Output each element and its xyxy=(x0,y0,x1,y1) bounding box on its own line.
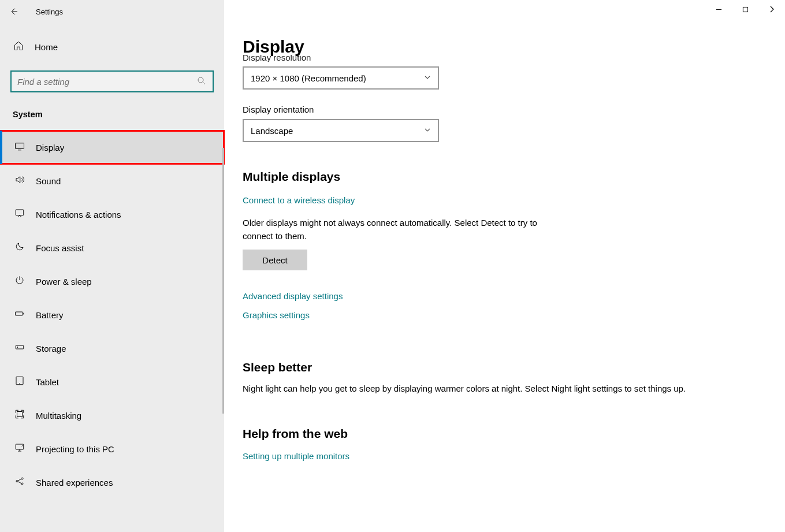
power-icon xyxy=(14,275,25,288)
projecting-icon xyxy=(14,442,25,455)
battery-icon xyxy=(14,308,25,321)
resolution-value: 1920 × 1080 (Recommended) xyxy=(251,73,366,83)
orientation-value: Landscape xyxy=(251,126,293,136)
page-title: Display xyxy=(243,37,762,57)
svg-point-6 xyxy=(17,347,18,347)
sidebar-item-focus-assist[interactable]: Focus assist xyxy=(0,231,224,265)
sidebar-section-title: System xyxy=(0,97,224,124)
multitasking-icon xyxy=(14,409,25,422)
orientation-label: Display orientation xyxy=(243,105,762,114)
storage-icon xyxy=(14,342,25,355)
sidebar-item-label: Sound xyxy=(36,176,61,186)
svg-rect-3 xyxy=(16,210,24,215)
sidebar-item-projecting[interactable]: Projecting to this PC xyxy=(0,432,224,466)
chevron-down-icon xyxy=(424,127,431,135)
sidebar-item-label: Battery xyxy=(36,310,64,320)
moon-icon xyxy=(14,241,25,254)
display-icon xyxy=(14,141,25,154)
window-title: Settings xyxy=(36,8,63,16)
graphics-settings-link[interactable]: Graphics settings xyxy=(243,310,310,320)
multiple-displays-heading: Multiple displays xyxy=(243,170,762,184)
orientation-dropdown[interactable]: Landscape xyxy=(243,119,439,142)
advanced-display-link[interactable]: Advanced display settings xyxy=(243,291,343,301)
svg-rect-4 xyxy=(16,312,23,315)
search-wrap xyxy=(10,70,214,92)
sidebar-item-label: Focus assist xyxy=(36,243,84,253)
arrow-left-icon xyxy=(9,6,19,17)
svg-point-11 xyxy=(21,478,23,479)
svg-rect-8 xyxy=(17,412,23,417)
sidebar-item-label: Power & sleep xyxy=(36,277,92,287)
help-web-heading: Help from the web xyxy=(243,427,762,441)
sidebar-item-tablet[interactable]: Tablet xyxy=(0,365,224,399)
sidebar-item-sound[interactable]: Sound xyxy=(0,164,224,198)
notifications-icon xyxy=(14,208,25,221)
titlebar: Settings xyxy=(0,0,785,23)
home-button[interactable]: Home xyxy=(0,32,224,61)
tablet-icon xyxy=(14,375,25,388)
help-monitors-link[interactable]: Setting up multiple monitors xyxy=(243,451,349,461)
sidebar-item-shared-experiences[interactable]: Shared experiences xyxy=(0,466,224,499)
resolution-label-cut: Display resolution xyxy=(243,55,762,62)
chevron-down-icon xyxy=(424,74,431,83)
shared-icon xyxy=(14,476,25,489)
sidebar-item-label: Multitasking xyxy=(36,411,81,421)
sidebar-item-notifications[interactable]: Notifications & actions xyxy=(0,198,224,231)
sidebar-item-label: Storage xyxy=(36,344,66,354)
search-icon xyxy=(196,76,207,88)
sidebar-item-battery[interactable]: Battery xyxy=(0,298,224,332)
home-label: Home xyxy=(35,42,58,52)
sleep-better-heading: Sleep better xyxy=(243,360,762,374)
nav-list: Display Sound Notifications & actions Fo… xyxy=(0,124,224,499)
detect-help-text: Older displays might not always connect … xyxy=(243,217,555,243)
sound-icon xyxy=(14,174,25,187)
sidebar-item-power-sleep[interactable]: Power & sleep xyxy=(0,265,224,298)
search-box[interactable] xyxy=(10,70,214,92)
sidebar-item-label: Shared experiences xyxy=(36,478,113,488)
sleep-better-text: Night light can help you get to sleep by… xyxy=(243,382,762,396)
sidebar: Home System Display Sound Notif xyxy=(0,0,224,532)
back-button[interactable] xyxy=(0,0,28,23)
sidebar-item-label: Display xyxy=(36,143,64,152)
home-icon xyxy=(13,40,24,53)
main-content: Display Display resolution 1920 × 1080 (… xyxy=(224,0,785,532)
sidebar-item-multitasking[interactable]: Multitasking xyxy=(0,399,224,432)
connect-wireless-link[interactable]: Connect to a wireless display xyxy=(243,195,355,205)
sidebar-item-display[interactable]: Display xyxy=(0,131,224,164)
svg-rect-2 xyxy=(16,143,24,149)
sidebar-item-label: Tablet xyxy=(36,377,59,387)
resolution-dropdown[interactable]: 1920 × 1080 (Recommended) xyxy=(243,66,439,90)
sidebar-item-storage[interactable]: Storage xyxy=(0,332,224,365)
svg-point-12 xyxy=(21,483,23,485)
sidebar-item-label: Projecting to this PC xyxy=(36,444,114,454)
sidebar-item-label: Notifications & actions xyxy=(36,210,121,220)
search-input[interactable] xyxy=(17,77,196,87)
svg-point-10 xyxy=(16,481,18,482)
detect-button[interactable]: Detect xyxy=(243,250,307,270)
svg-point-1 xyxy=(198,77,203,83)
svg-rect-9 xyxy=(16,444,24,449)
